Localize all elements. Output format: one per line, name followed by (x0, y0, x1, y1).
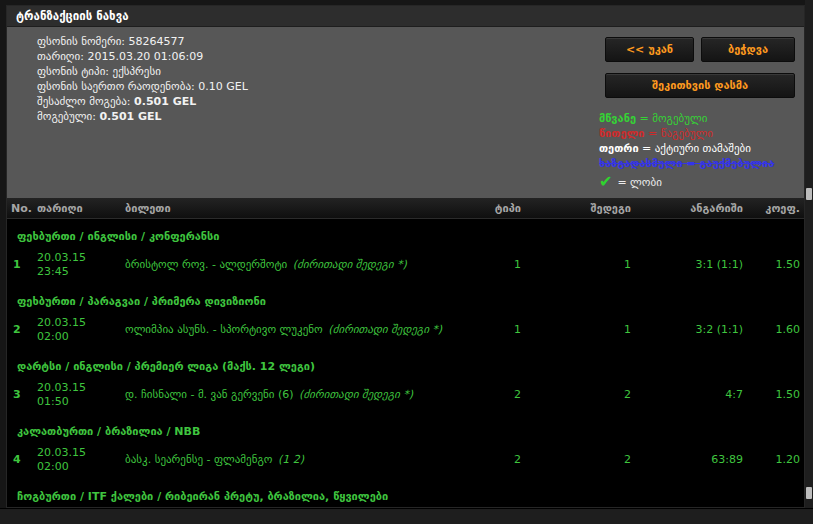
window-title: ტრანზაქციის ნახვა (7, 6, 804, 27)
ask-question-button[interactable]: შეკითხვის დასმა (605, 73, 795, 98)
detail-value: 2015.03.20 01:06:09 (87, 50, 203, 63)
transaction-summary-panel: ფსონის ნომერი: 58264577 თარიღი: 2015.03.… (7, 27, 804, 198)
bet-no: 2 (7, 323, 33, 337)
col-header-score: ანგარიში (635, 202, 747, 215)
bet-coef: 1.20 (747, 453, 804, 467)
detail-value: 58264577 (129, 35, 185, 48)
detail-label: მოგებული: (37, 110, 96, 123)
bet-result: 1 (525, 258, 635, 272)
detail-value: 0.10 GEL (198, 80, 248, 93)
bet-ticket: ბასკ. სეარენსე - ფლამენგო (1 2) (121, 453, 463, 467)
window-bottom-frame (0, 508, 813, 524)
bet-score: 3:1 (1:1) (635, 258, 747, 272)
transaction-view-window: ტრანზაქციის ნახვა ფსონის ნომერი: 5826457… (6, 5, 805, 508)
col-header-result: შედეგი (525, 202, 635, 215)
scrollbar-track[interactable] (805, 0, 813, 524)
table-row: 4 20.03.15 02:00 ბასკ. სეარენსე - ფლამენ… (7, 440, 804, 479)
bet-match: ბრისტოლ როვ. - ალდერშოტი (125, 258, 291, 271)
bet-match: ოლიმპია ასუნს. - სპორტივო ლუკენო (125, 323, 326, 336)
bet-date: 20.03.15 01:50 (33, 381, 121, 409)
bet-date: 20.03.15 02:00 (33, 316, 121, 344)
detail-row-total-amount: ფსონის საერთო რაოდენობა: 0.10 GEL (37, 79, 248, 94)
detail-label: თარიღი: (37, 50, 84, 63)
col-header-date: თარიღი (33, 202, 121, 215)
bet-ticket: დ. ჩისნალი - მ. ვან გერვენი (6) (ძირითად… (121, 388, 463, 402)
bet-date: 20.03.15 02:00 (33, 446, 121, 474)
detail-label: ფსონის ტიპი: (37, 65, 109, 78)
bet-type: 1 (463, 323, 525, 337)
bet-no: 1 (7, 258, 33, 272)
detail-row-bet-type: ფსონის ტიპი: ექსპრესი (37, 64, 248, 79)
category-label: ფეხბურთი / პარაგვაი / პრიმერა დივიზიონი (17, 295, 266, 308)
bet-score: 63:89 (635, 453, 747, 467)
detail-value: ექსპრესი (113, 65, 161, 78)
action-buttons: << უკან ბეჭდვა შეკითხვის დასმა (605, 37, 795, 98)
bet-result: 2 (525, 388, 635, 402)
bet-match: დ. ჩისნალი - მ. ვან გერვენი (6) (125, 388, 297, 401)
bet-type: 2 (463, 388, 525, 402)
bets-table: No. თარიღი ბილეთი ტიპი შედეგი ანგარიში კ… (7, 198, 804, 508)
bet-market: (1 2) (278, 453, 304, 466)
detail-value: 0.501 GEL (134, 95, 196, 108)
bet-ticket: ბრისტოლ როვ. - ალდერშოტი (ძირითადი შედეგ… (121, 258, 463, 272)
category-header-row: კალათბურთი / ბრაზილია / NBB (7, 414, 804, 440)
bet-coef: 1.50 (747, 258, 804, 272)
legend-item-lost: წითელი = წაგებული (599, 126, 774, 141)
bet-date: 20.03.15 23:45 (33, 251, 121, 279)
bets-table-body: ფეხბურთი / ინგლისი / კონფერანსი 1 20.03.… (7, 219, 804, 508)
detail-value: 0.501 GEL (99, 110, 161, 123)
bet-result: 2 (525, 453, 635, 467)
status-legend: მწვანე = მოგებული წითელი = წაგებული თეთრ… (599, 111, 774, 190)
print-button[interactable]: ბეჭდვა (701, 37, 795, 62)
checkmark-icon: ✔ (599, 174, 612, 190)
detail-row-bet-number: ფსონის ნომერი: 58264577 (37, 34, 248, 49)
legend-item-active: თეთრი = აქტიური თამაშები (599, 141, 774, 156)
legend-item-won: მწვანე = მოგებული (599, 111, 774, 126)
category-label: კალათბურთი / ბრაზილია / NBB (17, 425, 200, 438)
bet-score: 3:2 (1:1) (635, 323, 747, 337)
bet-coef: 1.50 (747, 388, 804, 402)
category-label: დარტსი / ინგლისი / პრემიერ ლიგა (მაქს. 1… (17, 360, 315, 373)
detail-row-won: მოგებული: 0.501 GEL (37, 109, 248, 124)
category-header-row: დარტსი / ინგლისი / პრემიერ ლიგა (მაქს. 1… (7, 349, 804, 375)
bet-no: 3 (7, 388, 33, 402)
table-row: 1 20.03.15 23:45 ბრისტოლ როვ. - ალდერშოტ… (7, 245, 804, 284)
bet-result: 1 (525, 323, 635, 337)
detail-label: ფსონის საერთო რაოდენობა: (37, 80, 195, 93)
scrollbar-thumb[interactable] (806, 188, 812, 200)
category-header-row: ფეხბურთი / ინგლისი / კონფერანსი (7, 219, 804, 245)
detail-label: შესაძლო მოგება: (37, 95, 131, 108)
legend-item-lobby: ✔ = ლობი (599, 174, 774, 190)
col-header-ticket: ბილეთი (121, 202, 463, 215)
bet-market: (ძირითადი შედეგი *) (299, 388, 413, 401)
detail-row-possible-win: შესაძლო მოგება: 0.501 GEL (37, 94, 248, 109)
bet-market: (ძირითადი შედეგი *) (328, 323, 442, 336)
col-header-coef: კოეფ. (747, 202, 804, 215)
bet-type: 2 (463, 453, 525, 467)
bet-match: ბასკ. სეარენსე - ფლამენგო (125, 453, 276, 466)
back-button[interactable]: << უკან (605, 37, 694, 62)
detail-row-date: თარიღი: 2015.03.20 01:06:09 (37, 49, 248, 64)
bet-no: 4 (7, 453, 33, 467)
table-row: 3 20.03.15 01:50 დ. ჩისნალი - მ. ვან გერ… (7, 375, 804, 414)
bet-score: 4:7 (635, 388, 747, 402)
category-header-row: ჩოგბურთი / ITF ქალები / რიბეირან პრეტუ, … (7, 479, 804, 505)
category-header-row: ფეხბურთი / პარაგვაი / პრიმერა დივიზიონი (7, 284, 804, 310)
category-label: ფეხბურთი / ინგლისი / კონფერანსი (17, 230, 220, 243)
scrollbar-mark[interactable] (806, 487, 812, 499)
col-header-no: No. (7, 202, 33, 215)
legend-item-cancelled: ხაზგადასმული = გაუქმებულია (599, 156, 774, 171)
table-row: 2 20.03.15 02:00 ოლიმპია ასუნს. - სპორტი… (7, 310, 804, 349)
bet-coef: 1.60 (747, 323, 804, 337)
col-header-type: ტიპი (463, 202, 525, 215)
bet-type: 1 (463, 258, 525, 272)
bet-market: (ძირითადი შედეგი *) (293, 258, 407, 271)
bets-table-header: No. თარიღი ბილეთი ტიპი შედეგი ანგარიში კ… (7, 198, 804, 219)
bet-ticket: ოლიმპია ასუნს. - სპორტივო ლუკენო (ძირითა… (121, 323, 463, 337)
transaction-details: ფსონის ნომერი: 58264577 თარიღი: 2015.03.… (37, 34, 248, 124)
detail-label: ფსონის ნომერი: (37, 35, 125, 48)
category-label: ჩოგბურთი / ITF ქალები / რიბეირან პრეტუ, … (17, 490, 388, 503)
